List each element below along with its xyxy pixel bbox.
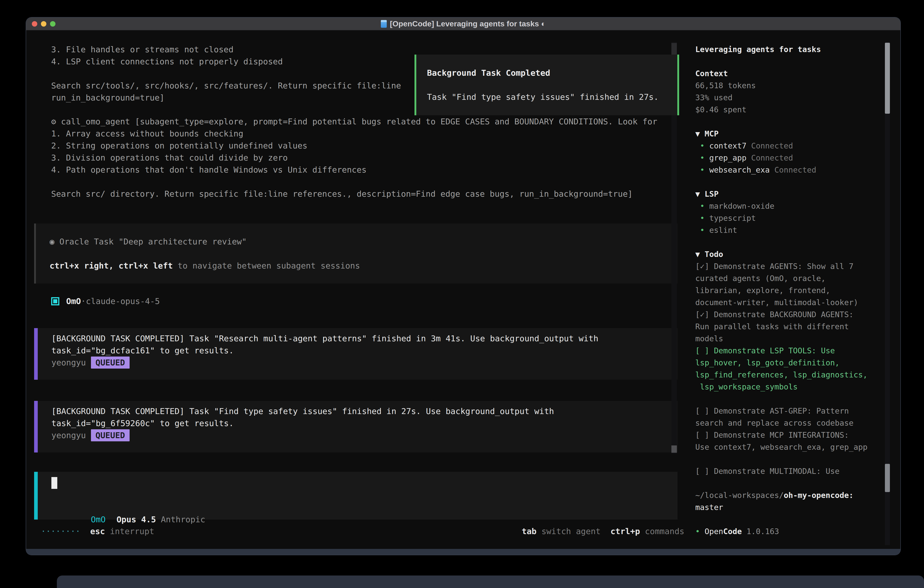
terminal-line: Search src/ directory. Return specific f… [51, 188, 657, 200]
todo-item [695, 393, 891, 405]
workspace-path: ~/local-workspaces/oh-my-opencode: [695, 489, 891, 501]
background-task-message: [BACKGROUND TASK COMPLETED] Task "Find t… [34, 401, 678, 453]
notification-body: Task "Find type safety issues" finished … [427, 91, 677, 103]
terminal-line: run_in_background=true] [51, 92, 401, 104]
terminal-line: 3. File handles or streams not closed [51, 43, 401, 56]
sidebar: Leveraging agents for tasks Context 66,5… [695, 43, 891, 537]
window-title: [OpenCode] Leveraging agents for tasks ◐ [390, 19, 546, 28]
gear-icon: ⚙ [51, 117, 61, 126]
toast-notification[interactable]: Background Task Completed Task "Find typ… [414, 55, 679, 115]
todo-item: models [695, 333, 891, 345]
status-hint: ········ esc interrupt [41, 525, 154, 537]
todo-item: [ ] Demonstrate MCP INTEGRATIONS: [695, 429, 891, 441]
terminal-line [51, 176, 657, 188]
agent-separator: · [81, 297, 86, 306]
mcp-item: • grep_app Connected [695, 152, 891, 164]
record-icon: ◉ [50, 237, 59, 246]
oracle-task-hint: ctrl+x right, ctrl+x left to navigate be… [50, 260, 678, 272]
todo-item: [ ] Demonstrate AST-GREP: Pattern [695, 405, 891, 417]
mcp-section-header[interactable]: ▼ MCP [695, 128, 891, 140]
oracle-task-title: ◉ Oracle Task "Deep architecture review" [50, 236, 678, 248]
oracle-task-box: ◉ Oracle Task "Deep architecture review"… [34, 223, 678, 284]
agent-header: OmO · claude-opus-4-5 [51, 295, 160, 307]
provider-label: Anthropic [161, 515, 205, 524]
status-right-group: tab switch agent ctrl+p commands [522, 525, 684, 537]
background-window-edge [57, 575, 924, 588]
sidebar-scrollbar-thumb[interactable] [885, 43, 890, 114]
document-icon [381, 20, 387, 28]
terminal-line: 2. String operations on potentially unde… [51, 140, 657, 152]
opencode-window: [OpenCode] Leveraging agents for tasks ◐… [26, 18, 900, 555]
context-stat: 33% used [695, 92, 891, 104]
context-header: Context [695, 68, 891, 79]
mcp-item: • websearch_exa Connected [695, 164, 891, 176]
terminal-line [51, 68, 401, 79]
status-hint: tab switch agent ctrl+p commands [522, 525, 684, 537]
tool-call-line: ⚙ call_omo_agent [subagent_type=explore,… [51, 116, 657, 127]
task-user: yeongyu [51, 431, 86, 440]
context-stats: 66,518 tokens33% used$0.46 spent [695, 79, 891, 116]
status-dot-icon: • [695, 527, 705, 536]
terminal-line: 4. Path operations that don't handle Win… [51, 164, 657, 176]
window-bottom-edge [26, 549, 900, 555]
todo-item: search and replace across codebase [695, 417, 891, 429]
notification-title: Background Task Completed [427, 67, 677, 79]
todo-item: [✓] Demonstrate AGENTS: Show all 7 [695, 260, 891, 273]
text-cursor [51, 477, 57, 489]
chat-text-block: 3. File handles or streams not closed4. … [51, 43, 401, 104]
prompt-input[interactable]: OmOOpus 4.5 Anthropic [34, 472, 678, 520]
agent-model: claude-opus-4-5 [86, 297, 160, 306]
git-branch: master [695, 501, 891, 514]
status-badge: QUEUED [91, 429, 130, 441]
chat-scrollbar-thumb[interactable] [672, 446, 677, 453]
todo-list: [✓] Demonstrate AGENTS: Show all 7curate… [695, 260, 891, 477]
status-badge: QUEUED [91, 357, 130, 368]
todo-item: curated agents (OmO, oracle, [695, 273, 891, 284]
window-title-group: [OpenCode] Leveraging agents for tasks ◐ [26, 18, 900, 30]
todo-item: librarian, explore, frontend, [695, 284, 891, 297]
todo-item: lsp_find_references, lsp_diagnostics, [695, 369, 891, 381]
tool-call-block: ⚙ call_omo_agent [subagent_type=explore,… [51, 116, 657, 200]
mcp-item: • context7 Connected [695, 140, 891, 152]
active-agent-label: OmO [91, 515, 106, 524]
lsp-item: • markdown-oxide [695, 200, 891, 212]
terminal-line: 4. LSP client connections not properly d… [51, 56, 401, 68]
todo-item: Run parallel tasks with different [695, 320, 891, 333]
terminal-line: Search src/tools/, src/hooks/, src/featu… [51, 79, 401, 92]
todo-item: [ ] Demonstrate LSP TOOLS: Use [695, 345, 891, 357]
todo-item: [ ] Demonstrate MULTIMODAL: Use [695, 465, 891, 477]
desktop-background: [OpenCode] Leveraging agents for tasks ◐… [0, 0, 924, 588]
input-footer: OmOOpus 4.5 Anthropic [51, 501, 205, 514]
context-stat: 66,518 tokens [695, 79, 891, 92]
chat-scrollbar-thumb[interactable] [672, 43, 677, 55]
todo-item: lsp_workspace_symbols [695, 381, 891, 393]
lsp-section-header[interactable]: ▼ LSP [695, 188, 891, 200]
active-model-label: Opus 4.5 [116, 515, 156, 524]
session-title: Leveraging agents for tasks [695, 43, 891, 56]
todo-section-header[interactable]: ▼ Todo [695, 248, 891, 260]
mcp-items: • context7 Connected • grep_app Connecte… [695, 140, 891, 176]
window-titlebar: [OpenCode] Leveraging agents for tasks ◐ [26, 18, 900, 30]
terminal-line: 1. Array access without bounds checking [51, 127, 657, 140]
todo-item: [✓] Demonstrate BACKGROUND AGENTS: [695, 309, 891, 320]
lsp-item: • eslint [695, 224, 891, 236]
lsp-item: • typescript [695, 212, 891, 224]
terminal-line: 3. Division operations that could divide… [51, 152, 657, 164]
tool-call-text: call_omo_agent [subagent_type=explore, p… [61, 117, 657, 126]
task-user: yeongyu [51, 358, 86, 367]
omo-agent-icon [51, 297, 59, 306]
background-task-message: [BACKGROUND TASK COMPLETED] Task "Resear… [34, 328, 678, 380]
app-version: • OpenCode 1.0.163 [695, 525, 891, 537]
status-bar: ········ esc interrupt tab switch agent … [41, 525, 684, 537]
context-stat: $0.46 spent [695, 104, 891, 116]
agent-name: OmO [66, 297, 81, 306]
todo-item: Use context7, websearch_exa, grep_app [695, 441, 891, 453]
todo-item: document-writer, multimodal-looker) [695, 297, 891, 309]
todo-item [695, 453, 891, 465]
status-left-group: ········ esc interrupt [41, 525, 154, 537]
lsp-items: • markdown-oxide • typescript • eslint [695, 200, 891, 236]
todo-item: lsp_hover, lsp_goto_definition, [695, 357, 891, 369]
tool-call-detail-lines: 1. Array access without bounds checking2… [51, 127, 657, 200]
todo-scrollbar-thumb[interactable] [885, 464, 890, 492]
